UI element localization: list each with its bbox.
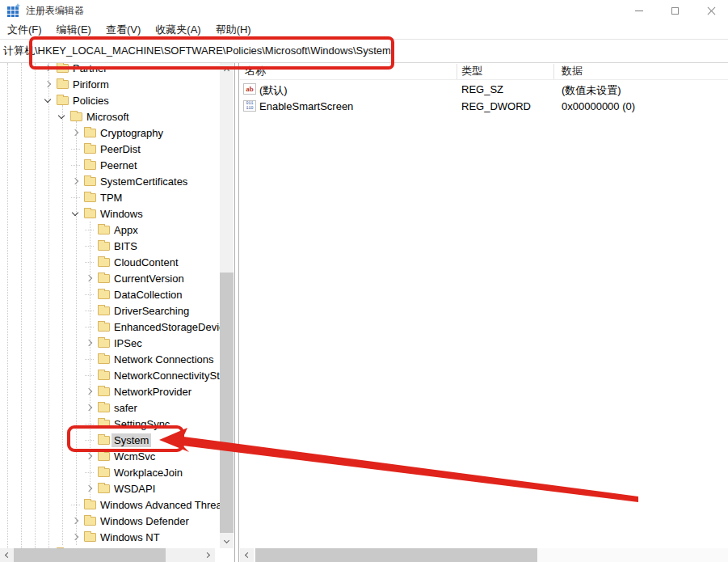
tree-item-label[interactable]: safer bbox=[112, 401, 140, 415]
chevron-right-icon[interactable] bbox=[72, 129, 78, 136]
tree-item-label[interactable]: PeerDist bbox=[98, 142, 143, 156]
tree-item-label[interactable]: WSDAPI bbox=[112, 482, 158, 496]
chevron-right-icon[interactable] bbox=[86, 340, 92, 346]
chevron-right-icon[interactable] bbox=[72, 518, 78, 524]
tree-item-system[interactable]: System bbox=[0, 432, 220, 448]
chevron-right-icon[interactable] bbox=[86, 388, 92, 395]
tree-item-peerdist[interactable]: PeerDist bbox=[0, 141, 220, 157]
column-separator[interactable] bbox=[553, 64, 554, 79]
menu-item-help[interactable]: 帮助(H) bbox=[208, 21, 259, 39]
column-separator[interactable] bbox=[457, 64, 457, 79]
tree-item-label[interactable]: NetworkProvider bbox=[112, 385, 194, 399]
tree-item-label[interactable]: Windows NT bbox=[98, 530, 162, 544]
tree-item-cloudcontent[interactable]: CloudContent bbox=[0, 254, 220, 270]
tree-item-label[interactable]: Partner bbox=[70, 63, 110, 75]
tree-item-workplacejoin[interactable]: WorkplaceJoin bbox=[0, 464, 220, 480]
chevron-down-icon[interactable] bbox=[44, 96, 51, 103]
value-row-enablesmartscreen[interactable]: 011110EnableSmartScreenREG_DWORD0x000000… bbox=[240, 98, 728, 115]
tree-item-peernet[interactable]: Peernet bbox=[0, 157, 220, 173]
tree-item-label[interactable]: Peernet bbox=[98, 158, 140, 172]
tree-item-policies[interactable]: Policies bbox=[0, 92, 220, 108]
tree-item-partner[interactable]: Partner bbox=[0, 63, 220, 76]
chevron-right-icon[interactable] bbox=[86, 485, 92, 492]
tree-item-label[interactable]: SettingSync bbox=[112, 417, 172, 431]
menu-item-file[interactable]: 文件(F) bbox=[0, 21, 49, 39]
chevron-right-icon[interactable] bbox=[72, 534, 78, 540]
tree-item-settingsync[interactable]: SettingSync bbox=[0, 416, 220, 432]
tree-item-cryptography[interactable]: Cryptography bbox=[0, 125, 220, 141]
list-horizontal-scrollbar-thumb[interactable] bbox=[255, 548, 537, 562]
chevron-right-icon[interactable] bbox=[86, 404, 92, 411]
tree-vertical-scrollbar[interactable] bbox=[220, 63, 234, 548]
tree-item-ipsec[interactable]: IPSec bbox=[0, 335, 220, 351]
column-header-type[interactable]: 类型 bbox=[461, 63, 482, 79]
tree-item-windows[interactable]: Windows bbox=[0, 205, 220, 222]
tree-item-label[interactable]: SystemCertificates bbox=[98, 175, 190, 188]
address-bar[interactable]: 计算机\HKEY_LOCAL_MACHINE\SOFTWARE\Policies… bbox=[0, 39, 728, 63]
tree-item-label[interactable]: System bbox=[112, 433, 151, 447]
list-horizontal-scrollbar[interactable] bbox=[240, 548, 728, 562]
menu-item-favorites[interactable]: 收藏夹(A) bbox=[148, 21, 208, 39]
tree-item-driversearching[interactable]: DriverSearching bbox=[0, 302, 220, 319]
tree-item-wsdapi[interactable]: WSDAPI bbox=[0, 480, 220, 497]
tree-item-label[interactable]: Windows Defender bbox=[98, 514, 191, 528]
tree-item-datacollection[interactable]: DataCollection bbox=[0, 286, 220, 302]
value-row-item[interactable]: ab(默认)REG_SZ(数值未设置) bbox=[240, 81, 728, 98]
tree-item-label[interactable]: Cryptography bbox=[98, 126, 166, 140]
tree-item-label[interactable]: Microsoft bbox=[84, 110, 132, 124]
tree-item-network-connections[interactable]: Network Connections bbox=[0, 351, 220, 367]
tree-item-label[interactable]: Network Connections bbox=[112, 353, 217, 366]
tree-item-label[interactable]: TPM bbox=[98, 191, 124, 205]
tree-item-label[interactable]: BITS bbox=[112, 239, 140, 253]
tree-item-label[interactable]: CurrentVersion bbox=[112, 272, 187, 285]
tree-item-label[interactable]: EnhancedStorageDevic bbox=[112, 320, 220, 334]
scroll-left-button[interactable] bbox=[240, 548, 254, 562]
chevron-down-icon[interactable] bbox=[72, 209, 78, 216]
close-button[interactable] bbox=[693, 0, 728, 21]
chevron-right-icon[interactable] bbox=[44, 65, 51, 71]
chevron-right-icon[interactable] bbox=[86, 275, 92, 281]
tree-horizontal-scrollbar[interactable] bbox=[0, 548, 215, 562]
tree-item-currentversion[interactable]: CurrentVersion bbox=[0, 270, 220, 286]
tree-item-label[interactable]: Piriform bbox=[70, 78, 112, 91]
tree-item-windows-nt[interactable]: Windows NT bbox=[0, 529, 220, 545]
tree-item-label[interactable]: Policies bbox=[70, 94, 112, 108]
maximize-button[interactable] bbox=[657, 0, 693, 21]
tree-horizontal-scrollbar-thumb[interactable] bbox=[14, 548, 166, 562]
tree-item-safer[interactable]: safer bbox=[0, 399, 220, 416]
scroll-down-button[interactable] bbox=[220, 535, 234, 548]
menu-item-view[interactable]: 查看(V) bbox=[99, 21, 148, 39]
tree-item-enhancedstoragedevic[interactable]: EnhancedStorageDevic bbox=[0, 319, 220, 335]
tree-item-label[interactable]: Windows Advanced Threa bbox=[98, 498, 220, 512]
scroll-up-button[interactable] bbox=[220, 63, 234, 77]
scroll-left-button[interactable] bbox=[0, 548, 14, 562]
tree-item-microsoft[interactable]: Microsoft bbox=[0, 108, 220, 125]
scroll-right-button[interactable] bbox=[201, 548, 215, 562]
tree-item-appx[interactable]: Appx bbox=[0, 222, 220, 238]
menu-item-edit[interactable]: 编辑(E) bbox=[49, 21, 99, 39]
column-header-name[interactable]: 名称 bbox=[245, 63, 266, 79]
column-header-data[interactable]: 数据 bbox=[562, 63, 583, 79]
tree-item-networkconnectivitysta[interactable]: NetworkConnectivitySta bbox=[0, 367, 220, 383]
tree-item-bits[interactable]: BITS bbox=[0, 238, 220, 254]
chevron-down-icon[interactable] bbox=[58, 112, 65, 119]
minimize-button[interactable] bbox=[621, 0, 657, 21]
tree-item-label[interactable]: WcmSvc bbox=[112, 450, 158, 463]
chevron-right-icon[interactable] bbox=[72, 178, 78, 184]
tree-item-label[interactable]: DriverSearching bbox=[112, 304, 191, 318]
tree-vertical-scrollbar-thumb[interactable] bbox=[220, 273, 234, 533]
tree-item-networkprovider[interactable]: NetworkProvider bbox=[0, 383, 220, 399]
tree-item-wcmsvc[interactable]: WcmSvc bbox=[0, 448, 220, 464]
tree-item-label[interactable]: NetworkConnectivitySta bbox=[112, 369, 220, 382]
panel-splitter[interactable] bbox=[234, 63, 239, 562]
tree-item-label[interactable]: DataCollection bbox=[112, 288, 185, 302]
tree-item-label[interactable]: Windows bbox=[98, 207, 145, 221]
tree-item-tpm[interactable]: TPM bbox=[0, 189, 220, 205]
tree-item-label[interactable]: CloudContent bbox=[112, 256, 181, 269]
tree-item-windows-advanced-threa[interactable]: Windows Advanced Threa bbox=[0, 497, 220, 513]
tree-item-label[interactable]: WorkplaceJoin bbox=[112, 466, 185, 480]
tree-item-label[interactable]: Appx bbox=[112, 223, 141, 237]
chevron-right-icon[interactable] bbox=[44, 81, 51, 87]
tree-item-systemcertificates[interactable]: SystemCertificates bbox=[0, 173, 220, 189]
tree-item-piriform[interactable]: Piriform bbox=[0, 76, 220, 92]
